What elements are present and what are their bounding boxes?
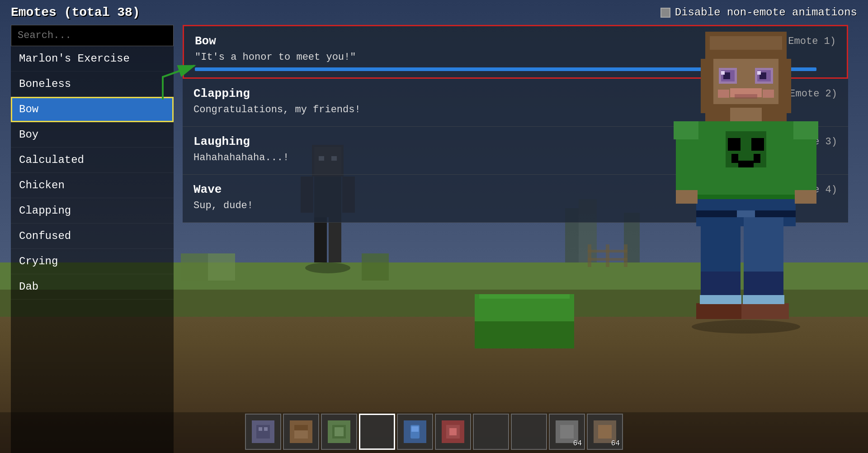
emote-list-item[interactable]: Marlon's Exercise [11,46,174,72]
svg-rect-60 [793,121,818,139]
emote-list-item-selected[interactable]: Bow [11,97,174,122]
svg-rect-63 [737,210,755,217]
hotbar-item-8-empty [518,420,540,443]
arrow-connector [154,59,208,113]
svg-rect-42 [763,90,774,98]
svg-rect-52 [754,154,760,163]
svg-rect-53 [738,161,754,167]
emote-list-item[interactable]: Crying [11,249,174,274]
hotbar-slot-9-count: 64 [573,439,582,448]
emote-list-item[interactable]: Dab [11,274,174,300]
svg-rect-40 [735,94,757,99]
emote-slot-3-name: Laughing [193,135,250,148]
svg-rect-86 [598,425,612,439]
svg-rect-84 [449,428,457,435]
emote-list-item[interactable]: Boneless [11,72,174,97]
minecraft-character [651,23,841,362]
svg-rect-71 [743,295,784,304]
hotbar-slot-1[interactable] [245,414,281,450]
hotbar-item-4-empty [366,420,388,443]
svg-rect-57 [674,121,698,139]
svg-rect-80 [335,427,344,436]
hotbar-item-3 [328,420,350,443]
page-title: Emotes (total 38) [11,5,140,19]
svg-rect-66 [696,303,744,319]
svg-rect-49 [728,138,741,151]
svg-rect-37 [721,71,725,75]
svg-rect-82 [411,426,419,432]
emote-slot-4-name: Wave [193,183,222,196]
hotbar-item-7-empty [480,420,502,443]
svg-rect-78 [294,425,308,430]
hotbar-item-5 [404,420,426,443]
svg-rect-58 [676,190,698,204]
hotbar-slot-5[interactable] [397,414,433,450]
svg-rect-38 [757,71,761,75]
svg-rect-70 [700,295,741,304]
svg-rect-41 [718,90,729,98]
svg-rect-75 [259,427,262,431]
search-input[interactable] [11,25,174,46]
svg-rect-85 [560,425,574,439]
emote-list-item[interactable]: Clapping [11,198,174,224]
svg-rect-46 [730,108,762,121]
hotbar-slot-10-count: 64 [611,439,620,448]
svg-rect-76 [264,427,268,431]
svg-rect-61 [795,190,816,204]
hotbar-item-2 [290,420,312,443]
hotbar: 64 64 [0,412,868,453]
svg-rect-74 [256,425,270,439]
hotbar-item-1 [252,420,274,443]
svg-rect-30 [710,36,782,50]
svg-point-72 [692,320,800,334]
emote-slot-1-name: Bow [195,34,216,48]
emote-list-item[interactable]: Chicken [11,173,174,198]
hotbar-slot-9[interactable]: 64 [549,414,585,450]
top-bar: Emotes (total 38) Disable non-emote anim… [0,0,868,25]
disable-animations-checkbox[interactable] [660,8,670,18]
hotbar-slot-6[interactable] [435,414,471,450]
hotbar-slot-7[interactable] [473,414,509,450]
emote-list-item[interactable]: Calculated [11,148,174,173]
disable-animations-label: Disable non-emote animations [675,6,857,19]
emote-list-item[interactable]: Boy [11,122,174,148]
hotbar-slot-3[interactable] [321,414,357,450]
svg-rect-50 [751,138,764,151]
hotbar-slot-10[interactable]: 64 [587,414,623,450]
hotbar-slot-8[interactable] [511,414,547,450]
emote-list: Marlon's Exercise Boneless Bow Boy Calcu… [11,46,174,453]
emote-list-item[interactable]: Confused [11,224,174,249]
svg-rect-69 [741,303,789,319]
disable-checkbox-area[interactable]: Disable non-emote animations [660,6,857,19]
emote-list-panel: Marlon's Exercise Boneless Bow Boy Calcu… [11,25,174,453]
hotbar-item-6 [442,420,464,443]
hotbar-slot-2[interactable] [283,414,319,450]
svg-rect-51 [731,154,738,163]
hotbar-slot-4[interactable] [359,414,395,450]
svg-rect-77 [294,429,308,439]
